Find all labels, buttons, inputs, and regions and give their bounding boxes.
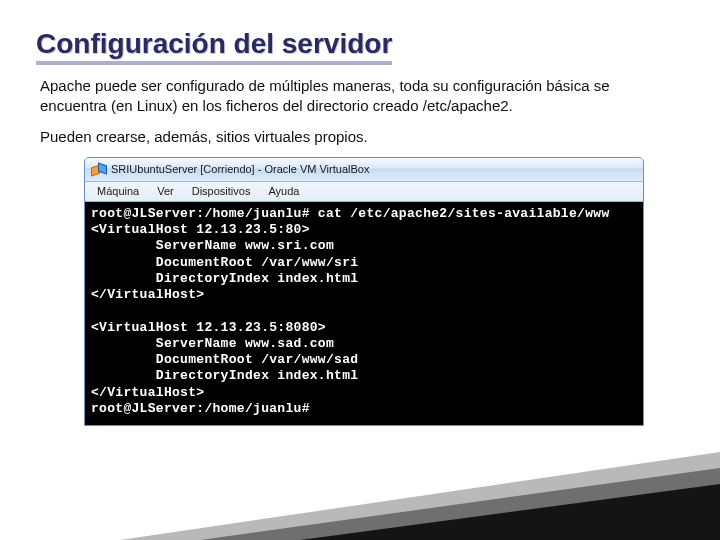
- menu-bar: Máquina Ver Dispositivos Ayuda: [85, 182, 643, 202]
- virtualbox-window: SRIUbuntuServer [Corriendo] - Oracle VM …: [84, 157, 644, 426]
- terminal-output[interactable]: root@JLServer:/home/juanlu# cat /etc/apa…: [85, 202, 643, 425]
- menu-ver[interactable]: Ver: [149, 183, 182, 199]
- svg-marker-1: [200, 468, 720, 540]
- paragraph-2: Pueden crearse, además, sitios virtuales…: [40, 127, 680, 147]
- menu-ayuda[interactable]: Ayuda: [260, 183, 307, 199]
- paragraph-1: Apache puede ser configurado de múltiple…: [40, 76, 680, 117]
- slide-decor: [0, 450, 720, 540]
- window-title-text: SRIUbuntuServer [Corriendo] - Oracle VM …: [111, 163, 369, 175]
- svg-marker-0: [120, 452, 720, 540]
- svg-marker-2: [300, 484, 720, 540]
- page-title: Configuración del servidor: [36, 28, 684, 60]
- virtualbox-icon: [91, 162, 105, 176]
- window-titlebar[interactable]: SRIUbuntuServer [Corriendo] - Oracle VM …: [85, 158, 643, 182]
- menu-maquina[interactable]: Máquina: [89, 183, 147, 199]
- menu-dispositivos[interactable]: Dispositivos: [184, 183, 259, 199]
- title-text: Configuración del servidor: [36, 28, 392, 65]
